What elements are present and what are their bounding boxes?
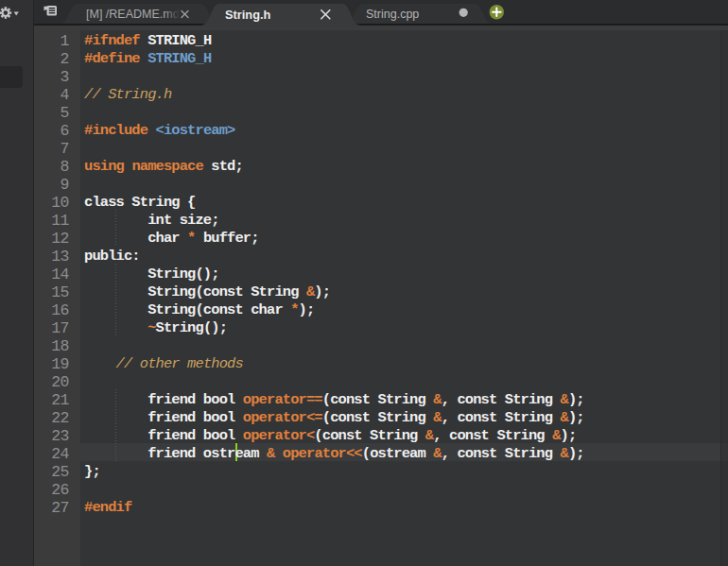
svg-text:String.h: String.h	[225, 8, 271, 22]
svg-text:String.cpp: String.cpp	[366, 8, 419, 21]
